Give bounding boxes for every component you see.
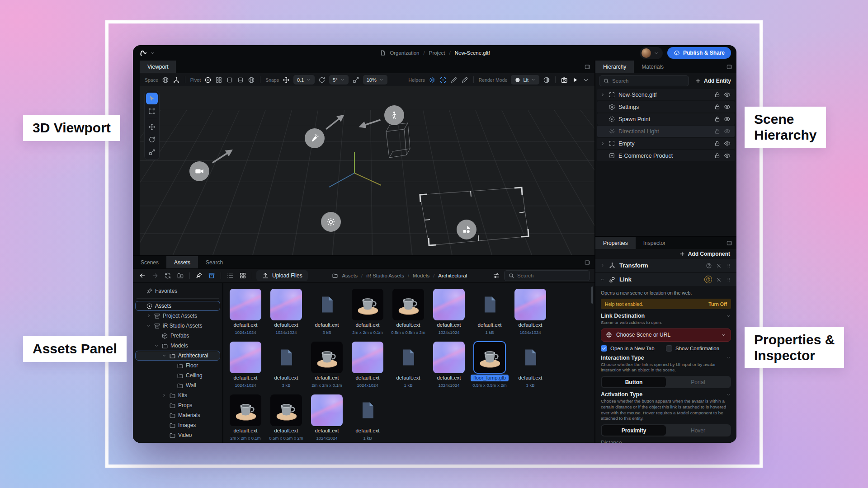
tree-item-video[interactable]: Video [135, 430, 220, 440]
app-logo-icon[interactable] [138, 48, 148, 58]
tab-hierarchy[interactable]: Hierarchy [595, 61, 634, 73]
asset-item[interactable]: default.ext1024x1024 [352, 342, 383, 388]
account-menu[interactable] [640, 47, 663, 59]
render-mode-select[interactable]: Lit [511, 75, 539, 84]
hierarchy-search-input[interactable] [612, 78, 685, 84]
back-button[interactable] [137, 271, 147, 281]
move-tool-button[interactable] [146, 121, 158, 133]
asset-item[interactable]: default.ext0.5m x 0.5m x 2m [270, 394, 302, 441]
asset-item[interactable]: default.ext1024x1024 [270, 289, 302, 335]
chevron-icon[interactable] [169, 373, 175, 378]
chevron-down-icon[interactable] [150, 51, 155, 56]
chevron-down-icon[interactable] [582, 76, 590, 84]
asset-item[interactable]: default.ext3 kB [270, 342, 302, 388]
snap-scale-select[interactable]: 10% [363, 75, 387, 84]
asset-item[interactable]: default.ext3 kB [311, 289, 343, 335]
globe-icon[interactable] [248, 76, 255, 84]
chevron-icon[interactable] [169, 363, 175, 368]
chevron-icon[interactable] [161, 403, 167, 408]
tree-item-project-assets[interactable]: Project Assets [135, 311, 220, 321]
lock-icon[interactable] [714, 128, 721, 135]
chevron-icon[interactable] [161, 432, 167, 438]
eye-icon[interactable] [724, 116, 731, 122]
chevron-right-icon[interactable] [600, 153, 605, 159]
scale-tool-button[interactable] [146, 146, 158, 158]
chevron-right-icon[interactable] [600, 141, 605, 146]
breadcrumb-item[interactable]: Project [429, 50, 445, 56]
filter-button[interactable] [491, 271, 501, 281]
transform-component-header[interactable]: Transform [595, 259, 736, 272]
pencil-icon[interactable] [450, 76, 458, 84]
scale-icon[interactable] [352, 76, 359, 84]
breadcrumb-item[interactable]: Assets [342, 273, 358, 278]
target-icon[interactable] [204, 76, 212, 84]
chevron-icon[interactable] [138, 288, 144, 294]
panel-toggle-icon[interactable] [584, 64, 590, 70]
eye-icon[interactable] [724, 91, 731, 98]
link-destination-section[interactable]: Link Destination [601, 313, 731, 319]
eye-icon[interactable] [724, 128, 731, 135]
tab-materials[interactable]: Materials [634, 61, 671, 73]
lock-icon[interactable] [714, 140, 721, 147]
tab-assets[interactable]: Assets [166, 256, 198, 268]
tab-inspector[interactable]: Inspector [636, 237, 673, 249]
asset-item[interactable]: default.ext2m x 2m x 0.1m [311, 342, 343, 388]
pin-button[interactable] [194, 271, 204, 281]
hover-option[interactable]: Hover [666, 425, 730, 436]
chevron-icon[interactable] [146, 313, 151, 319]
asset-item[interactable]: default.ext1 kB [352, 394, 383, 441]
tree-item-architectural[interactable]: Architectural [135, 351, 220, 361]
lock-icon[interactable] [714, 91, 721, 98]
grid-view-button[interactable] [238, 271, 248, 281]
choose-scene-select[interactable]: Choose Scene or URL [601, 328, 731, 342]
upload-files-button[interactable]: Upload Files [256, 270, 308, 281]
interaction-type-section[interactable]: Interaction Type [601, 355, 731, 361]
tree-item-floor[interactable]: Floor [135, 361, 220, 371]
open-new-tab-checkbox[interactable]: Open in a New Tab [601, 345, 666, 352]
drag-handle-icon[interactable] [726, 277, 732, 283]
scrollbar[interactable] [591, 286, 593, 304]
camera-icon[interactable] [561, 76, 568, 84]
panel-toggle-icon[interactable] [726, 64, 732, 70]
asset-item[interactable]: default.ext1024x1024 [433, 289, 465, 335]
tree-item-audio[interactable]: Audio [135, 440, 220, 443]
add-entity-button[interactable]: Add Entity [693, 78, 733, 84]
app-menu[interactable] [138, 48, 155, 58]
tree-item-kits[interactable]: Kits [135, 390, 220, 400]
panel-toggle-icon[interactable] [726, 240, 732, 246]
asset-item[interactable]: default.ext1 kB [392, 342, 424, 388]
pen-icon[interactable] [461, 76, 468, 84]
help-enabled-icon[interactable] [704, 276, 712, 283]
axis-tree-icon[interactable] [173, 76, 180, 84]
light-gizmo[interactable] [321, 212, 341, 232]
tree-item-assets[interactable]: Assets [135, 301, 220, 311]
chevron-right-icon[interactable] [600, 129, 605, 134]
square-icon[interactable] [226, 76, 233, 84]
eye-icon[interactable] [724, 152, 731, 159]
proximity-option[interactable]: Proximity [602, 425, 666, 436]
asset-item[interactable]: default.ext1024x1024 [433, 342, 465, 388]
breadcrumb-item[interactable]: iR Studio Assets [366, 273, 404, 278]
add-component-button[interactable]: Add Component [677, 251, 732, 257]
hierarchy-item[interactable]: E-Commerce Product [597, 150, 735, 161]
tree-item-favorites[interactable]: Favorites [135, 286, 220, 296]
close-icon[interactable] [716, 277, 722, 283]
asset-item[interactable]: default.ext1024x1024 [514, 289, 546, 335]
play-icon[interactable] [571, 76, 579, 84]
rotate-tool-button[interactable] [146, 134, 158, 145]
hierarchy-item[interactable]: Settings [597, 101, 735, 113]
lock-icon[interactable] [714, 116, 721, 122]
chevron-icon[interactable] [146, 323, 151, 328]
move-icon[interactable] [283, 76, 290, 84]
asset-item[interactable]: default.ext1024x1024 [230, 289, 261, 335]
chevron-icon[interactable] [161, 422, 167, 428]
grid-2x2-icon[interactable] [215, 76, 222, 84]
rotate-icon[interactable] [318, 76, 326, 84]
globe-icon[interactable] [162, 76, 169, 84]
assets-search-input[interactable] [517, 273, 586, 278]
chevron-right-icon[interactable] [600, 104, 605, 110]
tab-properties[interactable]: Properties [595, 237, 636, 249]
rect-select-tool-button[interactable] [146, 105, 158, 117]
spotlight-gizmo[interactable] [305, 128, 325, 148]
chevron-right-icon[interactable] [600, 117, 605, 122]
